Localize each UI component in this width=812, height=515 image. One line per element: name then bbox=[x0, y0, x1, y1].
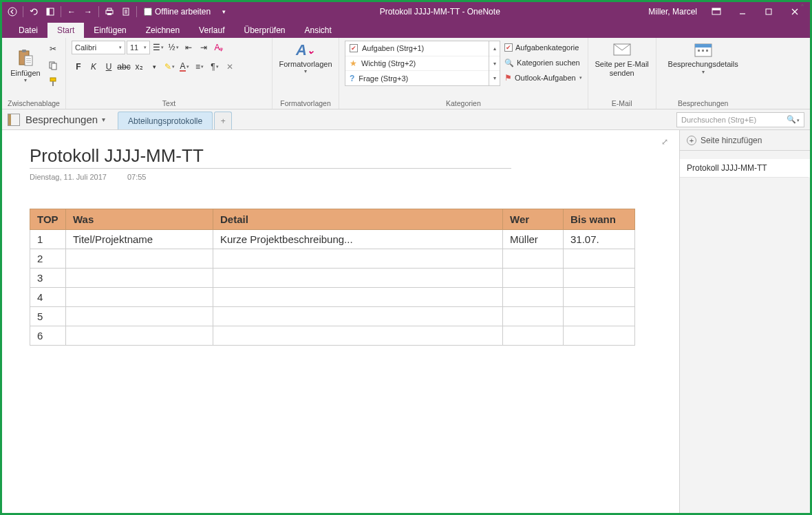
tags-gallery[interactable]: ✔Aufgaben (Strg+1) ★Wichtig (Strg+2) ?Fr… bbox=[345, 41, 489, 86]
cell-bis[interactable] bbox=[564, 249, 635, 269]
cell-bis[interactable] bbox=[564, 288, 635, 307]
protocol-table[interactable]: TOP Was Detail Wer Bis wann 1Titel/Proje… bbox=[30, 209, 635, 346]
meeting-details-button[interactable]: Besprechungsdetails ▾ bbox=[662, 41, 745, 76]
cell-bis[interactable] bbox=[564, 307, 635, 326]
cell-top[interactable]: 5 bbox=[30, 307, 66, 326]
cell-was[interactable]: Titel/Projektname bbox=[66, 230, 213, 249]
outdent-icon[interactable]: ⇤ bbox=[182, 41, 195, 54]
cell-wer[interactable]: Müller bbox=[503, 230, 564, 249]
cell-detail[interactable]: Kurze Projektbeschreibung... bbox=[213, 230, 503, 249]
search-input[interactable]: Durchsuchen (Strg+E) 🔍▾ bbox=[676, 112, 804, 127]
cell-wer[interactable] bbox=[503, 307, 564, 326]
user-name[interactable]: Miller, Marcel bbox=[648, 7, 697, 17]
tag-category-button[interactable]: ✔Aufgabenkategorie bbox=[504, 41, 582, 54]
superscript-button[interactable]: ▾ bbox=[147, 60, 161, 74]
expand-gallery-icon[interactable]: ▾ bbox=[489, 71, 500, 85]
collapse-ribbon-icon[interactable]: ˄ bbox=[797, 3, 808, 14]
cell-was[interactable] bbox=[66, 249, 213, 269]
table-row[interactable]: 5 bbox=[30, 307, 635, 326]
undo-icon[interactable] bbox=[26, 4, 41, 19]
bold-button[interactable]: F bbox=[72, 60, 85, 74]
notebook-icon[interactable] bbox=[8, 114, 20, 126]
minimize-icon[interactable] bbox=[730, 3, 755, 20]
cell-bis[interactable] bbox=[564, 269, 635, 288]
clear-format-icon[interactable]: Aᵩ bbox=[212, 41, 226, 54]
outlook-tasks-button[interactable]: ⚑Outlook-Aufgaben▾ bbox=[504, 71, 582, 85]
cell-was[interactable] bbox=[66, 288, 213, 307]
arrow-left-icon[interactable]: ← bbox=[64, 4, 79, 19]
th-top[interactable]: TOP bbox=[30, 209, 66, 230]
tab-datei[interactable]: Datei bbox=[9, 23, 47, 38]
subscript-button[interactable]: x₂ bbox=[132, 60, 146, 74]
tab-start[interactable]: Start bbox=[47, 23, 84, 38]
cell-wer[interactable] bbox=[503, 269, 564, 288]
offline-toggle[interactable]: Offline arbeiten bbox=[144, 7, 211, 17]
arrow-right-icon[interactable]: → bbox=[81, 4, 96, 19]
tab-verlauf[interactable]: Verlauf bbox=[189, 23, 234, 38]
delete-icon[interactable]: ✕ bbox=[223, 60, 237, 74]
tag-question[interactable]: ?Frage (Strg+3) bbox=[345, 71, 489, 85]
table-row[interactable]: 6 bbox=[30, 326, 635, 346]
maximize-icon[interactable] bbox=[756, 3, 781, 20]
cell-wer[interactable] bbox=[503, 249, 564, 269]
font-name-select[interactable]: Calibri▾ bbox=[72, 41, 125, 54]
print-icon[interactable] bbox=[102, 4, 117, 19]
underline-button[interactable]: U bbox=[102, 60, 116, 74]
offline-checkbox[interactable] bbox=[144, 8, 152, 16]
paste-button[interactable]: Einfügen ▾ bbox=[8, 41, 43, 90]
page-list-item[interactable]: Protokoll JJJJ-MM-TT bbox=[680, 159, 810, 178]
cell-top[interactable]: 6 bbox=[30, 326, 66, 346]
qat-customize-icon[interactable]: ▾ bbox=[216, 4, 231, 19]
cell-top[interactable]: 2 bbox=[30, 249, 66, 269]
page-time[interactable]: 07:55 bbox=[127, 173, 147, 181]
th-bis[interactable]: Bis wann bbox=[564, 209, 635, 230]
section-tab-active[interactable]: Abteilungsprotokolle bbox=[118, 112, 213, 129]
add-section-button[interactable]: + bbox=[214, 112, 232, 129]
cell-detail[interactable] bbox=[213, 307, 503, 326]
fullpage-icon[interactable]: ⤢ bbox=[661, 137, 668, 147]
notebook-name[interactable]: Besprechungen bbox=[25, 114, 98, 125]
table-row[interactable]: 3 bbox=[30, 269, 635, 288]
tab-einfuegen[interactable]: Einfügen bbox=[84, 23, 136, 38]
styles-button[interactable]: A⌄ Formatvorlagen ▾ bbox=[278, 41, 333, 74]
tab-ansicht[interactable]: Ansicht bbox=[295, 23, 341, 38]
th-detail[interactable]: Detail bbox=[213, 209, 503, 230]
cell-was[interactable] bbox=[66, 326, 213, 346]
cell-top[interactable]: 4 bbox=[30, 288, 66, 307]
cell-was[interactable] bbox=[66, 269, 213, 288]
page-date[interactable]: Dienstag, 11. Juli 2017 bbox=[30, 173, 107, 181]
tab-ueberpruefen[interactable]: Überprüfen bbox=[234, 23, 295, 38]
font-size-select[interactable]: 11▾ bbox=[127, 41, 150, 54]
page-title[interactable]: Protokoll JJJJ-MM-TT bbox=[30, 145, 652, 167]
cell-detail[interactable] bbox=[213, 326, 503, 346]
cell-top[interactable]: 3 bbox=[30, 269, 66, 288]
cell-top[interactable]: 1 bbox=[30, 230, 66, 249]
indent-icon[interactable]: ⇥ bbox=[197, 41, 211, 54]
cut-icon[interactable]: ✂ bbox=[46, 42, 60, 56]
page-canvas[interactable]: ⤢ Protokoll JJJJ-MM-TT Dienstag, 11. Jul… bbox=[2, 130, 679, 513]
cell-wer[interactable] bbox=[503, 288, 564, 307]
table-row[interactable]: 1Titel/ProjektnameKurze Projektbeschreib… bbox=[30, 230, 635, 249]
dock-icon[interactable] bbox=[43, 4, 58, 19]
email-page-button[interactable]: Seite per E-Mail senden bbox=[594, 41, 650, 78]
table-row[interactable]: 2 bbox=[30, 249, 635, 269]
cell-was[interactable] bbox=[66, 307, 213, 326]
tab-zeichnen[interactable]: Zeichnen bbox=[136, 23, 189, 38]
align-button[interactable]: ≡▾ bbox=[193, 60, 206, 74]
th-was[interactable]: Was bbox=[66, 209, 213, 230]
cell-detail[interactable] bbox=[213, 288, 503, 307]
scroll-down-icon[interactable]: ▾ bbox=[489, 56, 500, 72]
bullets-icon[interactable]: ☰▾ bbox=[151, 41, 165, 54]
th-wer[interactable]: Wer bbox=[503, 209, 564, 230]
cell-detail[interactable] bbox=[213, 269, 503, 288]
copy-icon[interactable] bbox=[46, 59, 60, 72]
page-icon[interactable] bbox=[118, 4, 133, 19]
numbering-icon[interactable]: ½▾ bbox=[167, 41, 180, 54]
back-icon[interactable] bbox=[5, 4, 20, 19]
find-tags-button[interactable]: 🔍Kategorien suchen bbox=[504, 56, 582, 70]
scroll-up-icon[interactable]: ▴ bbox=[489, 41, 500, 56]
ribbon-options-icon[interactable] bbox=[704, 3, 729, 20]
cell-bis[interactable]: 31.07. bbox=[564, 230, 635, 249]
tag-important[interactable]: ★Wichtig (Strg+2) bbox=[345, 56, 489, 72]
font-color-button[interactable]: A▾ bbox=[178, 60, 191, 74]
